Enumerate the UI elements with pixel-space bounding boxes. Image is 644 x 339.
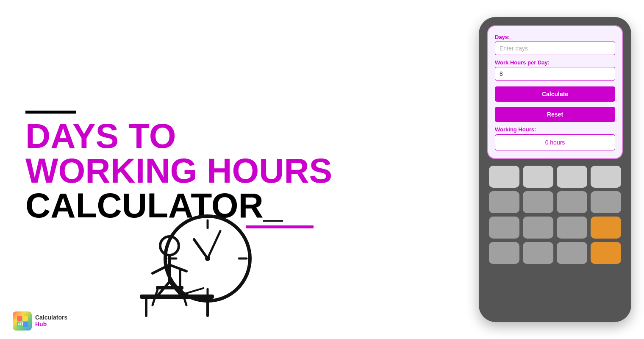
hours-per-day-label: Work Hours per Day: — [495, 59, 615, 66]
key-10[interactable] — [523, 217, 553, 239]
illustration — [119, 203, 258, 326]
logo-hub: Hub — [35, 321, 67, 328]
logo-calculators: Calculators — [35, 314, 67, 321]
logo-text: Calculators Hub — [35, 314, 67, 328]
key-14[interactable] — [557, 242, 587, 264]
key-6[interactable] — [523, 191, 553, 213]
key-orange-1[interactable] — [591, 217, 621, 239]
title-line2: WORKING HOURS — [25, 151, 332, 190]
hours-per-day-input[interactable] — [495, 67, 615, 81]
reset-button[interactable]: Reset — [495, 107, 615, 122]
logo-area: Calculators Hub — [13, 311, 67, 331]
logo-icon — [13, 311, 32, 331]
svg-rect-29 — [20, 322, 21, 325]
key-orange-2[interactable] — [591, 242, 621, 264]
days-input[interactable] — [495, 42, 615, 55]
key-2[interactable] — [523, 166, 553, 188]
svg-line-11 — [169, 265, 186, 271]
svg-line-23 — [182, 288, 203, 295]
key-1[interactable] — [489, 166, 519, 188]
svg-rect-16 — [140, 295, 214, 299]
svg-line-6 — [194, 239, 208, 258]
title-line1: DAYS TO — [25, 117, 176, 155]
days-field-group: Days: — [495, 34, 615, 55]
svg-rect-30 — [22, 322, 23, 325]
title-decoration-line — [25, 111, 76, 114]
key-8[interactable] — [591, 191, 621, 213]
result-display: 0 hours — [495, 134, 615, 150]
key-3[interactable] — [557, 166, 587, 188]
key-12[interactable] — [489, 242, 519, 264]
calculator-screen: Days: Work Hours per Day: Calculate Rese… — [487, 25, 623, 159]
calculator-device: Days: Work Hours per Day: Calculate Rese… — [479, 17, 631, 322]
result-label: Working Hours: — [495, 126, 615, 133]
svg-rect-28 — [18, 323, 19, 325]
key-7[interactable] — [557, 191, 587, 213]
calculate-button[interactable]: Calculate — [495, 86, 615, 102]
key-5[interactable] — [489, 191, 519, 213]
key-11[interactable] — [557, 217, 587, 239]
days-label: Days: — [495, 34, 615, 40]
right-section: Days: Work Hours per Day: Calculate Rese… — [466, 0, 644, 339]
key-9[interactable] — [489, 217, 519, 239]
calculator-keypad — [487, 164, 623, 266]
left-section: DAYS TO WORKING HOURS CALCULATOR_ — [0, 0, 466, 339]
svg-line-7 — [208, 231, 220, 258]
svg-rect-24 — [17, 316, 22, 321]
result-field-group: Working Hours: 0 hours — [495, 126, 615, 150]
hours-field-group: Work Hours per Day: — [495, 59, 615, 81]
svg-rect-27 — [23, 322, 28, 327]
working-clock-illustration — [119, 203, 258, 326]
svg-rect-25 — [23, 316, 28, 321]
key-4[interactable] — [591, 166, 621, 188]
key-13[interactable] — [523, 242, 553, 264]
